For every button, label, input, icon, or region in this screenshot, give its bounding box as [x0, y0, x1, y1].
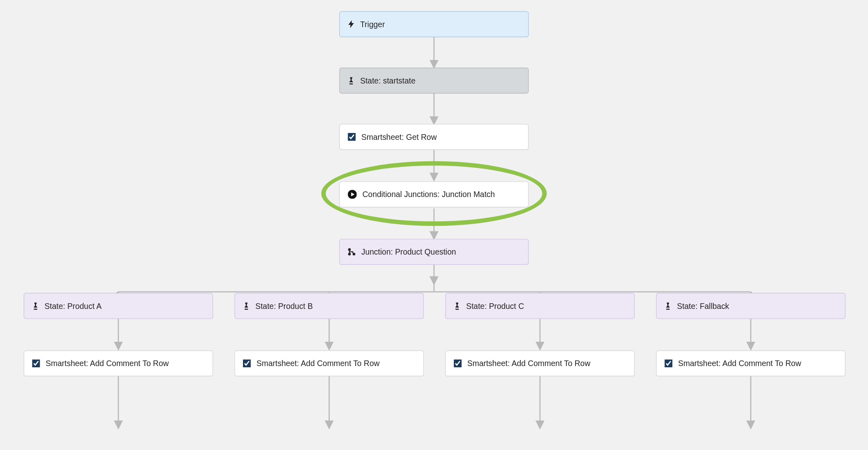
svg-point-20: [348, 253, 350, 255]
node-label: State: Product C: [466, 301, 524, 310]
node-label: Junction: Product Question: [361, 247, 456, 256]
node-label: Conditional Junctions: Junction Match: [363, 190, 495, 199]
smartsheet-check-icon: [348, 133, 355, 141]
svg-point-21: [353, 253, 355, 255]
node-conditional-junctions[interactable]: Conditional Junctions: Junction Match: [339, 181, 529, 207]
node-startstate[interactable]: State: startstate: [339, 68, 529, 94]
bolt-icon: [348, 20, 355, 28]
node-label: Smartsheet: Add Comment To Row: [256, 359, 379, 368]
chess-piece-icon: [243, 302, 250, 310]
node-label: State: Product A: [45, 301, 102, 310]
node-add-comment-f[interactable]: Smartsheet: Add Comment To Row: [656, 350, 846, 376]
node-label: State: startstate: [360, 76, 415, 85]
node-trigger[interactable]: Trigger: [339, 11, 529, 37]
smartsheet-check-icon: [243, 360, 251, 367]
branch-icon: [348, 248, 355, 255]
node-label: Smartsheet: Get Row: [361, 133, 437, 141]
smartsheet-check-icon: [32, 360, 40, 367]
node-label: Trigger: [360, 20, 385, 29]
chess-piece-icon: [348, 77, 355, 84]
node-label: Smartsheet: Add Comment To Row: [467, 359, 590, 368]
node-label: State: Fallback: [677, 301, 729, 310]
chess-piece-icon: [664, 302, 671, 310]
play-circle-icon: [348, 190, 357, 199]
smartsheet-check-icon: [454, 360, 462, 367]
node-label: Smartsheet: Add Comment To Row: [678, 359, 801, 368]
chess-piece-icon: [454, 302, 461, 310]
node-add-comment-a[interactable]: Smartsheet: Add Comment To Row: [24, 350, 213, 376]
node-state-product-b[interactable]: State: Product B: [234, 293, 424, 319]
node-add-comment-b[interactable]: Smartsheet: Add Comment To Row: [234, 350, 424, 376]
node-junction[interactable]: Junction: Product Question: [339, 239, 529, 265]
svg-point-19: [348, 249, 350, 250]
smartsheet-check-icon: [664, 360, 672, 367]
node-state-product-c[interactable]: State: Product C: [445, 293, 635, 319]
node-label: Smartsheet: Add Comment To Row: [46, 359, 169, 368]
chess-piece-icon: [32, 302, 39, 310]
workflow-canvas[interactable]: Trigger State: startstate Smartsheet: Ge…: [0, 0, 868, 450]
node-add-comment-c[interactable]: Smartsheet: Add Comment To Row: [445, 350, 635, 376]
node-label: State: Product B: [255, 301, 313, 310]
node-state-fallback[interactable]: State: Fallback: [656, 293, 846, 319]
node-state-product-a[interactable]: State: Product A: [24, 293, 213, 319]
node-getrow[interactable]: Smartsheet: Get Row: [339, 124, 529, 150]
